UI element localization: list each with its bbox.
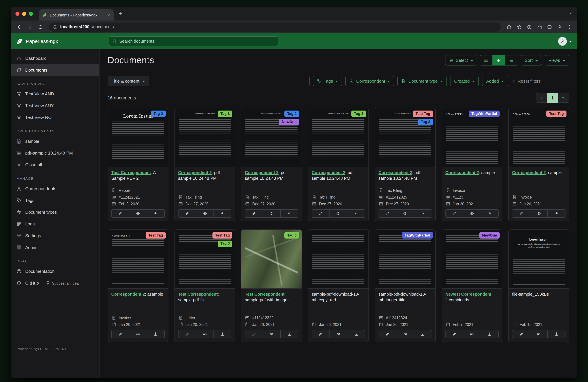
download-document-button[interactable]	[214, 209, 231, 218]
tab-close-icon[interactable]: ×	[106, 13, 111, 17]
document-title[interactable]: Test Correspondent: A Sample PDF 2	[111, 170, 165, 185]
correspondent-link[interactable]: Correspondent 2	[178, 170, 212, 175]
document-title[interactable]: Correspondent 2: sample	[512, 170, 566, 185]
document-title[interactable]: Correspondent 2: sample	[445, 170, 499, 185]
address-bar[interactable]: localhost:4200/documents	[49, 22, 501, 31]
list-view-button[interactable]	[480, 55, 492, 65]
view-document-button[interactable]	[530, 330, 548, 338]
view-document-button[interactable]	[196, 209, 214, 218]
edit-document-button[interactable]	[445, 330, 463, 338]
browser-menu-kebab-icon[interactable]	[565, 22, 574, 31]
views-button[interactable]: Views	[545, 55, 569, 65]
document-title[interactable]: Correspondent 2: pdf-sample 10.24.48 PM	[245, 170, 298, 185]
tag-badge[interactable]: TagWithPartial	[402, 232, 433, 239]
document-title[interactable]: Correspondent 2: pdf-sample 10.24.48 PM	[312, 170, 365, 185]
document-card[interactable]: Lorem ipsum Lorem ipsum dolor sit amet, …	[508, 229, 569, 342]
suggest-an-idea-link[interactable]: Suggest an idea	[46, 281, 79, 285]
view-document-button[interactable]	[530, 209, 548, 218]
correspondent-link[interactable]: Correspondent 2	[111, 292, 145, 297]
sidebar-item-test-view-not[interactable]: Test View NOT	[11, 112, 99, 123]
title-content-input[interactable]	[149, 76, 310, 86]
download-document-button[interactable]	[281, 209, 298, 218]
tag-badge[interactable]: Tag 2	[418, 119, 433, 125]
document-thumbnail[interactable]: NewOne	[442, 230, 502, 289]
paperless-logo-brand[interactable]: Paperless-ngx	[16, 38, 58, 44]
download-document-button[interactable]	[548, 330, 566, 338]
sidebar-item-tags[interactable]: Tags	[11, 195, 99, 206]
created-filter-button[interactable]: Created	[450, 76, 479, 86]
tag-badge[interactable]: Tag 3	[284, 232, 299, 239]
edit-document-button[interactable]	[378, 330, 397, 338]
view-document-button[interactable]	[463, 330, 481, 338]
new-tab-button[interactable]: +	[117, 10, 124, 18]
correspondent-link[interactable]: Correspondent 2	[312, 170, 345, 175]
reset-filters-button[interactable]: Reset filters	[511, 79, 541, 83]
global-search[interactable]	[109, 36, 278, 46]
correspondent-link[interactable]: Correspondent 2	[378, 170, 412, 175]
sidebar-item-test-view-and[interactable]: Test View AND	[11, 88, 99, 100]
view-document-button[interactable]	[129, 209, 147, 218]
edit-document-button[interactable]	[312, 209, 330, 218]
document-thumbnail[interactable]: Adobe Acrobat PDF Files Tag 3	[308, 108, 368, 167]
view-document-button[interactable]	[397, 209, 414, 218]
view-document-button[interactable]	[263, 330, 281, 338]
tag-badge[interactable]: NewOne	[279, 119, 299, 125]
document-card[interactable]: A Simple PDF File Test Tag Correspondent…	[508, 108, 569, 221]
edit-document-button[interactable]	[445, 209, 463, 218]
browser-tab[interactable]: Documents - Paperless-ngx ×	[39, 9, 114, 20]
view-document-button[interactable]	[263, 209, 281, 218]
document-card[interactable]: sample-pdf-download-10-mb copy_red Jan 2…	[308, 229, 369, 342]
document-title[interactable]: sample-pdf-download-10-mb-longer-title	[378, 292, 432, 307]
document-thumbnail[interactable]: Lorem ipsum Lorem ipsum dolor sit amet, …	[509, 230, 569, 289]
extensions-puzzle-icon[interactable]	[535, 22, 544, 31]
document-title[interactable]: file-sample_150kBs	[512, 292, 566, 307]
share-icon[interactable]	[505, 22, 513, 31]
correspondent-link[interactable]: Test Correspondent	[178, 292, 218, 297]
edit-document-button[interactable]	[111, 209, 129, 218]
sidebar-item-logs[interactable]: Logs	[11, 218, 99, 230]
edit-document-button[interactable]	[111, 330, 129, 338]
correspondent-link[interactable]: Newest Correspondent	[445, 292, 491, 297]
edit-document-button[interactable]	[512, 209, 530, 218]
correspondent-link[interactable]: Correspondent 2	[245, 170, 278, 175]
bookmark-star-icon[interactable]	[515, 22, 524, 31]
edit-document-button[interactable]	[178, 330, 196, 338]
document-thumbnail[interactable]: Lorem Ipsum Tag 2	[108, 108, 168, 167]
sidebar-item-close-all[interactable]: Close all	[11, 159, 99, 171]
download-document-button[interactable]	[548, 209, 566, 218]
document-title[interactable]: Correspondent 2: pdf-sample 10.24.48 PM	[378, 170, 432, 185]
document-thumbnail[interactable]: Test TagTag 3	[175, 230, 235, 289]
document-title[interactable]: Newest Correspondent: f_combineds	[445, 292, 499, 307]
tags-filter-button[interactable]: Tags	[313, 76, 342, 86]
download-document-button[interactable]	[214, 330, 231, 338]
tag-badge[interactable]: NewOne	[480, 232, 500, 239]
tag-badge[interactable]: TagWithPartial	[469, 111, 500, 117]
page-info-icon[interactable]	[53, 25, 58, 29]
browser-status-icon[interactable]	[525, 22, 534, 31]
document-card[interactable]: NewOne Newest Correspondent: f_combineds…	[441, 229, 502, 342]
correspondent-link[interactable]: Test Correspondent	[111, 170, 151, 175]
download-document-button[interactable]	[281, 330, 298, 338]
view-document-button[interactable]	[196, 330, 214, 338]
document-card[interactable]: Adobe Acrobat PDF Files Tag 3 Correspond…	[308, 108, 369, 221]
forward-button[interactable]	[25, 22, 34, 32]
tag-badge[interactable]: Tag 3	[218, 111, 232, 117]
download-document-button[interactable]	[147, 330, 165, 338]
document-card[interactable]: Tag 3 Test Correspondent: sample-pdf-wit…	[241, 229, 302, 342]
document-thumbnail[interactable]	[308, 230, 368, 289]
sidebar-item-settings[interactable]: Settings	[11, 230, 99, 241]
current-page-button[interactable]: 1	[547, 93, 558, 103]
download-document-button[interactable]	[481, 330, 499, 338]
download-document-button[interactable]	[147, 209, 165, 218]
download-document-button[interactable]	[347, 330, 365, 338]
download-document-button[interactable]	[481, 209, 499, 218]
download-document-button[interactable]	[414, 209, 432, 218]
view-document-button[interactable]	[129, 330, 147, 338]
document-thumbnail[interactable]: Adobe Acrobat PDF Files Test TagTag 2	[375, 108, 435, 167]
tag-badge[interactable]: Tag 2	[284, 111, 299, 117]
edit-document-button[interactable]	[245, 330, 263, 338]
minimize-window-button[interactable]	[22, 12, 26, 16]
document-title[interactable]: Test Correspondent: sample-pdf-with-imag…	[245, 292, 298, 307]
sidebar-item-documents[interactable]: Documents	[11, 64, 99, 76]
document-thumbnail[interactable]: A Simple PDF File TagWithPartial	[442, 108, 502, 167]
